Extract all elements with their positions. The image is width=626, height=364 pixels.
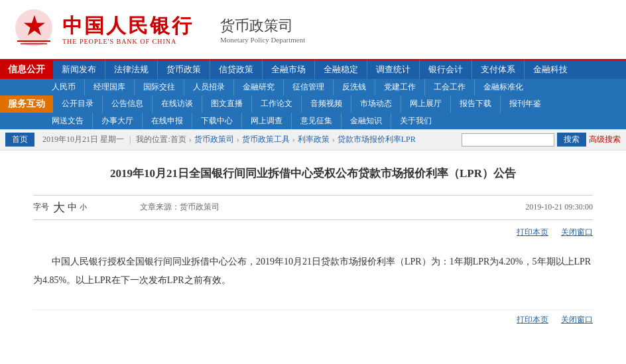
font-small-btn[interactable]: 小 bbox=[80, 202, 87, 212]
nav-label-info: 信息公开 bbox=[0, 60, 53, 79]
nav-item-rmb[interactable]: 人民币 bbox=[43, 79, 85, 95]
nav-item-exhibition[interactable]: 网上展厅 bbox=[401, 95, 451, 113]
nav-item-comments[interactable]: 意见征集 bbox=[292, 113, 342, 129]
nav-item-about[interactable]: 关于我们 bbox=[391, 113, 440, 129]
nav-label-placeholder1 bbox=[0, 79, 43, 95]
breadcrumb-rate[interactable]: 利率政策 bbox=[298, 134, 330, 145]
breadcrumb-bar: 首页 2019年10月21日 星期一 | 我的位置:首页 › 货币政策司 › 货… bbox=[0, 129, 626, 151]
article-title: 2019年10月21日全国银行间同业拆借中心受权公布贷款市场报价利率（LPR）公… bbox=[33, 164, 593, 184]
nav-item-finstandard[interactable]: 金融标准化 bbox=[475, 79, 532, 95]
nav-items-row3: 公开目录 公告信息 在线访谈 图文直播 工作论文 音频视频 市场动态 网上展厅 … bbox=[53, 95, 626, 113]
nav-item-notice[interactable]: 公告信息 bbox=[103, 95, 153, 113]
dept-cn: 货币政策司 bbox=[220, 16, 305, 36]
font-size-label: 字号 bbox=[33, 202, 49, 213]
nav-item-treasury[interactable]: 经理国库 bbox=[85, 79, 135, 95]
close-link-bottom[interactable]: 关闭窗口 bbox=[561, 315, 593, 324]
dept-area: 货币政策司 Monetary Policy Department bbox=[220, 16, 305, 44]
header: ★ 中国人民银行 THE PEOPLE'S BANK OF CHINA 货币政策… bbox=[0, 0, 626, 60]
dept-en: Monetary Policy Department bbox=[220, 36, 305, 44]
nav-item-office[interactable]: 办事大厅 bbox=[93, 113, 143, 129]
nav-item-recruit[interactable]: 人员招录 bbox=[184, 79, 234, 95]
advanced-search-link[interactable]: 高级搜索 bbox=[589, 134, 621, 145]
nav-item-news[interactable]: 新闻发布 bbox=[53, 60, 105, 79]
breadcrumb-sep4: › bbox=[332, 135, 335, 145]
nav-item-finresearch[interactable]: 金融研究 bbox=[234, 79, 284, 95]
font-medium-btn[interactable]: 中 bbox=[68, 202, 77, 213]
nav-row4: 网送文告 办事大厅 在线申报 下载中心 网上调查 意见征集 金融知识 关于我们 bbox=[0, 113, 626, 129]
print-link-top[interactable]: 打印本页 bbox=[517, 227, 548, 237]
action-bar-top: 打印本页 关闭窗口 bbox=[33, 224, 593, 241]
print-link-bottom[interactable]: 打印本页 bbox=[517, 315, 548, 324]
nav-item-photostream[interactable]: 图文直播 bbox=[202, 95, 252, 113]
logo-en: THE PEOPLE'S BANK OF CHINA bbox=[62, 38, 194, 45]
source-label: 文章来源：货币政策司 bbox=[140, 202, 219, 213]
nav-items-row2: 人民币 经理国库 国际交往 人员招录 金融研究 征信管理 反洗钱 党建工作 工会… bbox=[43, 79, 626, 95]
article-date: 2019-10-21 09:30:00 bbox=[525, 202, 593, 212]
nav-row1: 信息公开 新闻发布 法律法规 货币政策 信贷政策 全融市场 全融稳定 调查统计 … bbox=[0, 60, 626, 79]
nav-item-yearbook[interactable]: 报刊年鉴 bbox=[501, 95, 550, 113]
nav-item-paper[interactable]: 工作论文 bbox=[252, 95, 302, 113]
nav-item-catalog[interactable]: 公开目录 bbox=[53, 95, 103, 113]
svg-text:★: ★ bbox=[23, 13, 45, 40]
nav-item-aml[interactable]: 反洗钱 bbox=[334, 79, 375, 95]
source-value: 货币政策司 bbox=[180, 202, 219, 212]
breadcrumb-monetary[interactable]: 货币政策司 bbox=[194, 134, 234, 145]
breadcrumb-lpr[interactable]: 贷款市场报价利率LPR bbox=[338, 134, 416, 145]
action-bar-bottom: 打印本页 关闭窗口 bbox=[33, 310, 593, 330]
nav-item-credit-mgmt[interactable]: 征信管理 bbox=[284, 79, 334, 95]
nav-item-accounting[interactable]: 银行会计 bbox=[420, 60, 472, 79]
breadcrumb-divider: | bbox=[129, 135, 131, 145]
article-meta: 字号 大 中 小 文章来源：货币政策司 2019-10-21 09:30:00 bbox=[33, 195, 593, 220]
content-area: 2019年10月21日全国银行间同业拆借中心受权公布贷款市场报价利率（LPR）公… bbox=[0, 151, 626, 343]
nav-row3: 服务互动 公开目录 公告信息 在线访谈 图文直播 工作论文 音频视频 市场动态 … bbox=[0, 95, 626, 113]
nav-item-audio[interactable]: 音频视频 bbox=[302, 95, 351, 113]
nav-item-party[interactable]: 党建工作 bbox=[375, 79, 425, 95]
logo-text: 中国人民银行 THE PEOPLE'S BANK OF CHINA bbox=[62, 14, 194, 45]
nav-item-intl[interactable]: 国际交往 bbox=[135, 79, 184, 95]
nav-item-payment[interactable]: 支付体系 bbox=[472, 60, 525, 79]
breadcrumb-tool[interactable]: 货币政策工具 bbox=[242, 134, 290, 145]
breadcrumb-sep1: › bbox=[189, 135, 192, 145]
nav-items-row1: 新闻发布 法律法规 货币政策 信贷政策 全融市场 全融稳定 调查统计 银行会计 … bbox=[53, 60, 626, 79]
nav-item-market[interactable]: 市场动态 bbox=[351, 95, 401, 113]
search-input[interactable] bbox=[462, 133, 554, 147]
nav-item-online-report[interactable]: 在线申报 bbox=[143, 113, 192, 129]
breadcrumb-sep2: › bbox=[237, 135, 239, 145]
breadcrumb-date: 2019年10月21日 星期一 bbox=[42, 134, 124, 145]
nav-item-fintech[interactable]: 金融科技 bbox=[525, 60, 576, 79]
nav-item-law[interactable]: 法律法规 bbox=[105, 60, 158, 79]
nav-item-interview[interactable]: 在线访谈 bbox=[153, 95, 202, 113]
font-large-btn[interactable]: 大 bbox=[53, 200, 65, 215]
nav-item-finedu[interactable]: 金融知识 bbox=[342, 113, 391, 129]
logo-emblem: ★ bbox=[11, 7, 57, 52]
close-link-top[interactable]: 关闭窗口 bbox=[561, 227, 593, 237]
nav-item-download[interactable]: 下载中心 bbox=[192, 113, 242, 129]
breadcrumb-home-btn[interactable]: 首页 bbox=[5, 133, 34, 147]
article-body: 中国人民银行授权全国银行间同业拆借中心公布，2019年10月21日贷款市场报价利… bbox=[33, 246, 593, 296]
nav-items-row4: 网送文告 办事大厅 在线申报 下载中心 网上调查 意见征集 金融知识 关于我们 bbox=[43, 113, 626, 129]
breadcrumb-sep3: › bbox=[292, 135, 295, 145]
nav-row2: 人民币 经理国库 国际交往 人员招录 金融研究 征信管理 反洗钱 党建工作 工会… bbox=[0, 79, 626, 95]
nav-item-monetary[interactable]: 货币政策 bbox=[158, 60, 210, 79]
nav-item-union[interactable]: 工会工作 bbox=[425, 79, 475, 95]
nav-item-fax[interactable]: 网送文告 bbox=[43, 113, 93, 129]
nav-item-credit[interactable]: 信贷政策 bbox=[210, 60, 263, 79]
search-button[interactable]: 搜索 bbox=[557, 133, 586, 147]
nav-label-placeholder2 bbox=[0, 113, 43, 129]
logo-cn: 中国人民银行 bbox=[62, 14, 194, 38]
nav-item-survey2[interactable]: 网上调查 bbox=[242, 113, 292, 129]
breadcrumb-location-label: 我的位置:首页 bbox=[136, 134, 186, 145]
nav-item-finstability[interactable]: 全融稳定 bbox=[315, 60, 367, 79]
nav-item-finmarket[interactable]: 全融市场 bbox=[263, 60, 315, 79]
nav-label-service: 服务互动 bbox=[0, 95, 53, 113]
nav-item-report[interactable]: 报告下载 bbox=[451, 95, 501, 113]
nav-item-survey[interactable]: 调查统计 bbox=[367, 60, 420, 79]
